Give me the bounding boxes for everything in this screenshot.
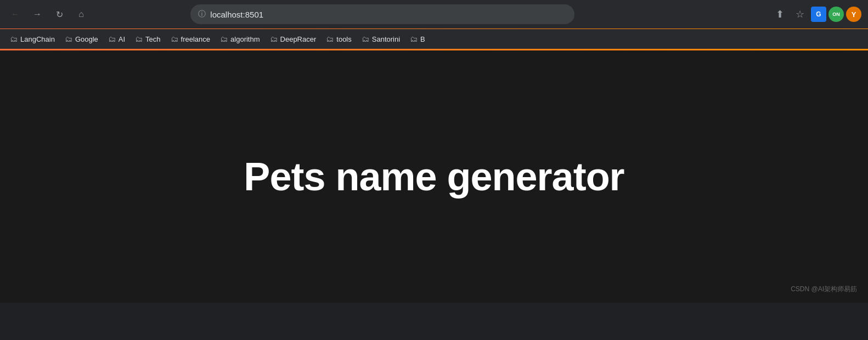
bookmark-santorini[interactable]: 🗂 Santorini (357, 32, 404, 46)
share-button[interactable]: ⬆ (771, 5, 789, 23)
toolbar-actions: ⬆ ☆ G ON Y (771, 5, 861, 23)
star-icon: ☆ (796, 8, 804, 20)
page-content: Pets name generator CSDN @AI架构师易筋 (0, 50, 868, 303)
bookmark-langchain[interactable]: 🗂 LangChain (5, 32, 59, 46)
folder-icon: 🗂 (171, 35, 178, 43)
bookmark-ai[interactable]: 🗂 AI (104, 32, 129, 46)
extension-avatar-on[interactable]: ON (828, 7, 844, 22)
profile-avatar[interactable]: Y (846, 7, 861, 22)
bookmark-label: Santorini (372, 35, 400, 43)
folder-icon: 🗂 (270, 35, 278, 43)
watermark: CSDN @AI架构师易筋 (791, 285, 857, 294)
folder-icon: 🗂 (108, 35, 116, 43)
folder-icon: 🗂 (362, 35, 369, 43)
home-button[interactable]: ⌂ (72, 5, 90, 23)
folder-icon: 🗂 (65, 35, 72, 43)
browser-chrome: ← → ↻ ⌂ ⓘ localhost:8501 ⬆ ☆ G ON (0, 0, 868, 50)
bookmark-tools[interactable]: 🗂 tools (322, 32, 356, 46)
address-bar-row: ← → ↻ ⌂ ⓘ localhost:8501 ⬆ ☆ G ON (0, 0, 868, 29)
bookmark-tech[interactable]: 🗂 Tech (131, 32, 165, 46)
bookmark-label: Google (75, 35, 98, 43)
security-icon: ⓘ (198, 9, 206, 19)
folder-icon: 🗂 (410, 35, 418, 43)
address-bar[interactable]: ⓘ localhost:8501 (190, 4, 574, 24)
bookmark-freelance[interactable]: 🗂 freelance (166, 32, 215, 46)
bookmark-algorithm[interactable]: 🗂 algorithm (216, 32, 264, 46)
bookmark-label: tools (336, 35, 351, 43)
bookmark-star-button[interactable]: ☆ (791, 5, 809, 23)
reload-button[interactable]: ↻ (50, 5, 68, 23)
bookmarks-bar: 🗂 LangChain 🗂 Google 🗂 AI 🗂 Tech 🗂 freel… (0, 29, 868, 50)
forward-icon: → (33, 9, 42, 19)
folder-icon: 🗂 (220, 35, 228, 43)
reload-icon: ↻ (56, 9, 63, 20)
bookmark-label: DeepRacer (280, 35, 317, 43)
bookmark-label: freelance (181, 35, 210, 43)
share-icon: ⬆ (776, 8, 784, 20)
bookmark-b[interactable]: 🗂 B (405, 32, 430, 46)
bookmark-label: Tech (145, 35, 160, 43)
back-button[interactable]: ← (7, 5, 24, 23)
folder-icon: 🗂 (135, 35, 143, 43)
bookmark-deepracer[interactable]: 🗂 DeepRacer (266, 32, 321, 46)
bookmark-label: AI (119, 35, 125, 43)
bookmark-label: B (420, 35, 425, 43)
forward-button[interactable]: → (29, 5, 46, 23)
bookmark-label: LangChain (20, 35, 55, 43)
bookmark-label: algorithm (230, 35, 260, 43)
folder-icon: 🗂 (10, 35, 18, 43)
bookmark-google[interactable]: 🗂 Google (60, 32, 103, 46)
home-icon: ⌂ (78, 9, 84, 19)
back-icon: ← (11, 9, 20, 19)
page-title: Pets name generator (244, 154, 624, 199)
google-account-avatar[interactable]: G (811, 7, 826, 22)
folder-icon: 🗂 (326, 35, 334, 43)
url-display: localhost:8501 (210, 10, 567, 19)
